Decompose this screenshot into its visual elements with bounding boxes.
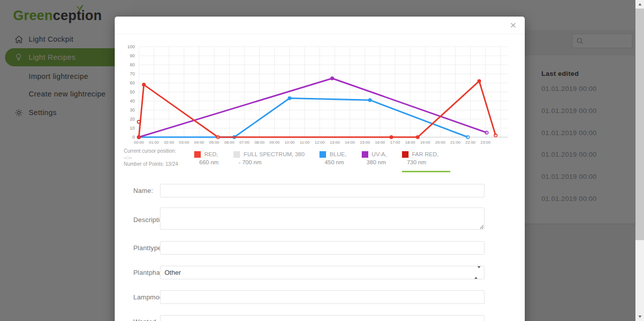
x-tick-label: 19:00 (420, 140, 431, 145)
number-of-points: Number of Points: 13/24 (124, 161, 178, 167)
chart-canvas[interactable]: 010203040506070809010000:0001:0002:0003:… (115, 17, 525, 146)
scrollbar-thumb[interactable] (635, 9, 644, 240)
x-tick-label: 14:00 (345, 140, 355, 145)
data-point (477, 79, 480, 82)
data-point (416, 136, 419, 139)
legend-swatch-uva (362, 151, 368, 158)
data-point (142, 83, 145, 86)
y-tick-label: 50 (130, 89, 135, 94)
legend-swatch-blue (319, 151, 326, 158)
planttype-field[interactable] (160, 241, 485, 255)
legend-item-far-red[interactable]: FAR RED, 730 nm (402, 150, 450, 172)
x-tick-label: 15:00 (360, 140, 370, 145)
data-point (466, 136, 469, 139)
x-tick-label: 01:00 (149, 140, 159, 145)
x-tick-label: 02:00 (164, 140, 175, 145)
y-tick-label: 10 (130, 126, 135, 131)
edit-lightrecipe-modal: × 010203040506070809010000:0001:0002:000… (115, 17, 525, 321)
chart-legend: RED, 660 nm FULL SPECTRUM, 380 - 700 nm … (194, 150, 450, 172)
y-tick-label: 40 (130, 98, 135, 103)
data-point (331, 77, 334, 80)
x-tick-label: 12:00 (314, 140, 325, 145)
data-point (288, 97, 291, 100)
plantphase-label: Plantphase: (115, 269, 160, 276)
data-point (368, 98, 371, 101)
wanted-field[interactable] (160, 315, 485, 321)
x-tick-label: 10:00 (285, 140, 295, 145)
legend-swatch-far-red (402, 151, 409, 158)
y-tick-label: 0 (132, 135, 135, 140)
x-tick-label: 04:00 (194, 140, 205, 145)
series-line (139, 98, 468, 137)
y-tick-label: 20 (130, 117, 135, 122)
data-point (137, 120, 140, 123)
lampmodel-field[interactable] (160, 290, 485, 304)
name-field[interactable] (160, 184, 485, 197)
legend-item-blue[interactable]: BLUE, 450 nm (319, 150, 346, 172)
cursor-position-label: Current cursor position: (124, 148, 178, 154)
data-point (494, 134, 497, 137)
y-tick-label: 30 (130, 108, 135, 113)
x-tick-label: 20:00 (435, 140, 446, 145)
name-label: Name: (115, 187, 160, 194)
x-tick-label: 21:00 (450, 140, 461, 145)
x-tick-label: 06:00 (224, 140, 235, 145)
description-field[interactable] (160, 207, 485, 230)
y-tick-label: 100 (127, 44, 135, 49)
x-tick-label: 13:00 (330, 140, 340, 145)
planttype-label: Planttype: (115, 244, 160, 252)
page-scrollbar[interactable] (635, 0, 644, 321)
x-tick-label: 22:00 (465, 140, 476, 145)
y-tick-label: 60 (130, 80, 135, 85)
data-point (137, 136, 140, 139)
x-tick-label: 18:00 (405, 140, 416, 145)
recipe-form: Name: Description: Planttype: Plantphase… (115, 184, 525, 321)
x-tick-label: 11:00 (300, 140, 310, 145)
x-tick-label: 09:00 (270, 140, 280, 145)
data-point (485, 131, 488, 134)
data-point (216, 136, 219, 139)
legend-swatch-full-spectrum (233, 151, 240, 158)
x-tick-label: 00:00 (134, 140, 144, 145)
data-point (390, 136, 393, 139)
lampmodel-label: Lampmodel: (115, 293, 160, 301)
x-tick-label: 07:00 (239, 140, 250, 145)
scroll-down-icon (638, 315, 641, 318)
scroll-up-button[interactable] (635, 0, 644, 9)
cursor-position-value: --:-- (124, 154, 178, 161)
description-label: Description: (115, 216, 160, 224)
x-tick-label: 08:00 (255, 140, 265, 145)
x-tick-label: 23:00 (480, 140, 491, 145)
y-tick-label: 80 (130, 62, 135, 67)
x-tick-label: 03:00 (179, 140, 190, 145)
cursor-info: Current cursor position: --:-- Number of… (124, 148, 178, 167)
legend-item-uva[interactable]: UV-A, 380 nm (362, 150, 387, 172)
legend-item-full-spectrum[interactable]: FULL SPECTRUM, 380 - 700 nm (233, 150, 304, 172)
plantphase-select[interactable]: Other (160, 266, 485, 279)
y-tick-label: 90 (130, 53, 135, 58)
wanted-label: Wanted (115, 318, 160, 321)
scroll-down-button[interactable] (635, 312, 644, 321)
x-tick-label: 17:00 (390, 140, 400, 145)
x-tick-label: 16:00 (375, 140, 385, 145)
x-tick-label: 05:00 (209, 140, 220, 145)
y-tick-label: 70 (130, 71, 135, 76)
legend-item-red[interactable]: RED, 660 nm (194, 150, 218, 172)
scroll-up-icon (638, 3, 641, 6)
series-line (139, 81, 496, 137)
legend-swatch-red (194, 151, 201, 158)
